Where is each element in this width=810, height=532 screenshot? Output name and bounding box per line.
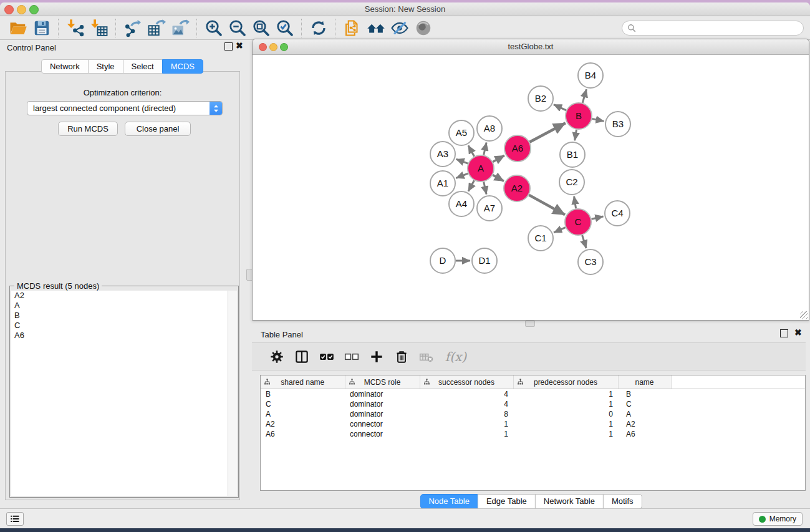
mcds-result-item[interactable]: B [11,311,228,321]
edge-A-A5[interactable] [468,145,475,157]
node-A6[interactable]: A6 [504,135,531,162]
select-all-checkboxes-icon[interactable] [314,346,339,368]
delete-column-icon[interactable] [389,346,414,368]
open-file-icon[interactable] [6,17,30,39]
cell-mcds-role[interactable]: connector [345,429,420,439]
cell-successor-nodes[interactable]: 1 [420,429,513,439]
function-builder-icon[interactable]: f(x) [439,346,473,368]
cell-mcds-role[interactable]: dominator [345,389,420,400]
node-A[interactable]: A [468,155,494,181]
node-B2[interactable]: B2 [528,86,553,111]
table-row[interactable]: Adominator80A [261,409,805,419]
table-row[interactable]: Bdominator41B [261,389,805,400]
cell-name[interactable]: B [618,389,671,400]
column-layout-icon[interactable] [289,346,314,368]
control-panel-close-icon[interactable]: ✖ [236,42,243,49]
edge-C-C2[interactable] [574,196,576,209]
network-canvas[interactable]: B4B2BB3A8A5A6A3B1AA1C2A2A4A7C4CC1C3DD1 [253,55,809,320]
export-table-icon[interactable] [145,17,168,39]
tab-motifs[interactable]: Motifs [603,494,642,509]
cell-name[interactable]: C [618,399,671,409]
edge-C-C1[interactable] [554,228,566,233]
tab-select[interactable]: Select [123,59,163,74]
column-header-successor-nodes[interactable]: successor nodes [420,375,513,389]
tab-node-table[interactable]: Node Table [420,494,478,509]
run-mcds-button[interactable]: Run MCDS [58,122,118,136]
column-header-mcds-role[interactable]: MCDS role [345,375,420,389]
node-B3[interactable]: B3 [605,112,630,137]
edge-B-B1[interactable] [575,130,577,141]
edge-A2-C[interactable] [529,195,565,215]
save-session-icon[interactable] [30,17,54,39]
zoom-out-icon[interactable] [226,17,249,39]
resize-grip[interactable] [800,311,808,319]
export-network-icon[interactable] [121,17,145,39]
memory-button[interactable]: Memory [753,512,803,526]
delete-table-icon[interactable] [414,346,439,368]
node-C2[interactable]: C2 [559,170,584,195]
edge-A-A6[interactable] [493,155,504,162]
edge-A6-B[interactable] [529,123,565,142]
import-network-icon[interactable] [64,17,87,39]
mcds-result-item[interactable]: A2 [11,291,228,301]
mcds-result-scrollbar[interactable] [228,291,237,496]
mcds-result-item[interactable]: C [11,321,228,331]
node-A2[interactable]: A2 [504,175,530,201]
hide-panel-eye-icon[interactable] [388,17,412,39]
node-A8[interactable]: A8 [477,116,502,141]
cell-shared-name[interactable]: C [261,399,345,409]
table-panel-float-icon[interactable] [780,329,788,337]
edge-A-A1[interactable] [456,173,468,178]
cell-predecessor-nodes[interactable]: 1 [513,399,618,409]
tab-mcds[interactable]: MCDS [162,59,203,74]
cell-shared-name[interactable]: A [261,409,345,419]
deselect-all-checkboxes-icon[interactable] [339,346,364,368]
node-B4[interactable]: B4 [578,63,603,88]
column-header-name[interactable]: name [618,375,671,389]
node-B1[interactable]: B1 [560,142,585,167]
edge-A-A4[interactable] [468,180,475,191]
table-row[interactable]: A2connector11A2 [261,419,805,429]
edge-A-A8[interactable] [484,143,486,155]
cell-successor-nodes[interactable]: 8 [420,409,513,419]
edge-B-B4[interactable] [582,89,586,103]
control-panel-float-icon[interactable] [224,42,233,51]
cell-name[interactable]: A6 [618,429,671,439]
settings-gear-icon[interactable] [264,346,289,368]
edge-C-C4[interactable] [592,216,604,219]
cell-predecessor-nodes[interactable]: 1 [513,419,618,429]
cell-predecessor-nodes[interactable]: 1 [513,389,618,400]
home-layout-icon[interactable] [364,17,388,39]
cell-predecessor-nodes[interactable]: 0 [513,409,618,419]
table-row[interactable]: Cdominator41C [261,399,805,409]
tab-network-table[interactable]: Network Table [535,494,604,509]
column-header-predecessor-nodes[interactable]: predecessor nodes [513,375,618,389]
column-header-shared-name[interactable]: shared name [261,375,345,389]
node-A5[interactable]: A5 [449,120,474,145]
search-input[interactable] [639,22,798,33]
node-C1[interactable]: C1 [528,226,553,251]
node-B[interactable]: B [566,103,592,129]
clipboard-network-icon[interactable] [340,17,364,39]
edge-A-A3[interactable] [456,159,468,163]
edge-B-B3[interactable] [592,118,604,121]
table-row[interactable]: A6connector11A6 [261,429,805,439]
tab-style[interactable]: Style [88,59,123,74]
mcds-result-item[interactable]: A [11,301,228,311]
edge-C-C3[interactable] [582,235,587,248]
cell-mcds-role[interactable]: connector [345,419,420,429]
node-C3[interactable]: C3 [578,249,603,274]
edge-B-B2[interactable] [554,105,566,110]
node-D[interactable]: D [430,248,455,273]
import-table-icon[interactable] [87,17,111,39]
mcds-result-item[interactable]: A6 [11,331,228,341]
zoom-in-icon[interactable] [202,17,226,39]
task-list-icon[interactable] [6,512,24,526]
export-image-icon[interactable] [168,17,192,39]
edge-A-A2[interactable] [493,175,504,181]
zoom-fit-icon[interactable] [249,17,273,39]
cell-name[interactable]: A [618,409,671,419]
cell-predecessor-nodes[interactable]: 1 [513,429,618,439]
cell-shared-name[interactable]: A2 [261,419,345,429]
node-A7[interactable]: A7 [477,196,502,221]
